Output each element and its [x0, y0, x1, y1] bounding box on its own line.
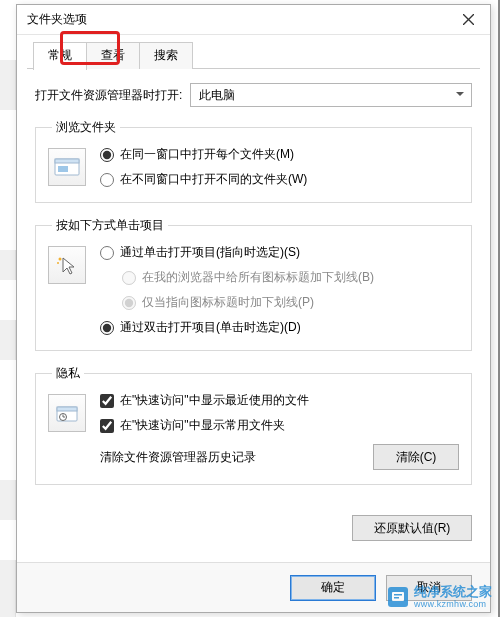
restore-row: 还原默认值(R) [17, 509, 490, 541]
cursor-click-icon [48, 246, 86, 284]
opt-same-window[interactable]: 在同一窗口中打开每个文件夹(M) [100, 146, 459, 163]
svg-marker-5 [63, 258, 74, 274]
bg-hint [0, 320, 16, 360]
svg-rect-3 [55, 159, 79, 163]
browse-folders-legend: 浏览文件夹 [52, 119, 120, 136]
open-explorer-value: 此电脑 [199, 87, 235, 104]
check-frequent-folders[interactable] [100, 419, 114, 433]
click-items-group: 按如下方式单击项目 通过单击打开项目(指向时选定)(S) 在我的浏览器中给所有图… [35, 217, 472, 351]
bg-hint [0, 480, 16, 520]
tab-general[interactable]: 常规 [33, 42, 87, 70]
browse-folders-group: 浏览文件夹 在同一窗口中打开每个文件夹(M) 在不同窗口中打开不同的文件夹(W) [35, 119, 472, 203]
svg-rect-13 [392, 592, 404, 601]
bg-hint [0, 60, 16, 110]
svg-rect-9 [57, 407, 77, 411]
svg-rect-4 [58, 166, 68, 172]
watermark-logo-icon [388, 587, 408, 607]
restore-defaults-button[interactable]: 还原默认值(R) [352, 515, 472, 541]
open-explorer-label: 打开文件资源管理器时打开: [35, 87, 182, 104]
svg-rect-15 [394, 597, 399, 599]
privacy-clear-row: 清除文件资源管理器历史记录 清除(C) [100, 444, 459, 470]
opt-double-click[interactable]: 通过双击打开项目(单击时选定)(D) [100, 319, 459, 336]
opt-single-click[interactable]: 通过单击打开项目(指向时选定)(S) [100, 244, 459, 261]
bg-hint [0, 560, 16, 617]
privacy-legend: 隐私 [52, 365, 84, 382]
watermark: 纯净系统之家 www.kzmhw.com [388, 585, 492, 609]
close-button[interactable] [446, 5, 490, 35]
svg-point-6 [59, 258, 62, 261]
svg-rect-14 [394, 594, 402, 596]
folder-options-dialog: 文件夹选项 常规 查看 搜索 打开文件资源管理器时打开: 此电脑 浏览文件夹 [16, 4, 491, 613]
opt-new-window[interactable]: 在不同窗口中打开不同的文件夹(W) [100, 171, 459, 188]
open-explorer-row: 打开文件资源管理器时打开: 此电脑 [35, 83, 472, 107]
opt-frequent-folders[interactable]: 在"快速访问"中显示常用文件夹 [100, 417, 459, 434]
opt-recent-files[interactable]: 在"快速访问"中显示最近使用的文件 [100, 392, 459, 409]
radio-same-window[interactable] [100, 148, 114, 162]
titlebar: 文件夹选项 [17, 5, 490, 35]
radio-underline-point [122, 296, 136, 310]
clear-history-label: 清除文件资源管理器历史记录 [100, 449, 256, 466]
opt-underline-all: 在我的浏览器中给所有图标标题加下划线(B) [122, 269, 459, 286]
window-title: 文件夹选项 [27, 11, 87, 28]
watermark-url: www.kzmhw.com [414, 599, 492, 609]
folder-window-icon [48, 148, 86, 186]
svg-point-7 [57, 262, 59, 264]
radio-double-click[interactable] [100, 321, 114, 335]
privacy-group: 隐私 在"快速访问"中显示最近使用的文件 在"快速访问"中显示常用文件夹 [35, 365, 472, 485]
click-items-legend: 按如下方式单击项目 [52, 217, 168, 234]
watermark-brand: 纯净系统之家 [414, 585, 492, 599]
ok-button[interactable]: 确定 [290, 575, 376, 601]
tab-view[interactable]: 查看 [86, 42, 140, 69]
radio-single-click[interactable] [100, 246, 114, 260]
close-icon [463, 14, 474, 25]
radio-new-window[interactable] [100, 173, 114, 187]
privacy-icon [48, 394, 86, 432]
clear-button[interactable]: 清除(C) [373, 444, 459, 470]
opt-underline-point: 仅当指向图标标题时加下划线(P) [122, 294, 459, 311]
open-explorer-combo[interactable]: 此电脑 [190, 83, 472, 107]
chevron-down-icon [455, 88, 465, 102]
check-recent-files[interactable] [100, 394, 114, 408]
tab-strip: 常规 查看 搜索 [17, 35, 490, 69]
tab-search[interactable]: 搜索 [139, 42, 193, 69]
panel-general: 打开文件资源管理器时打开: 此电脑 浏览文件夹 在同一窗口中打开每个文件夹(M) [17, 69, 490, 509]
bg-hint [0, 250, 16, 280]
radio-underline-all [122, 271, 136, 285]
